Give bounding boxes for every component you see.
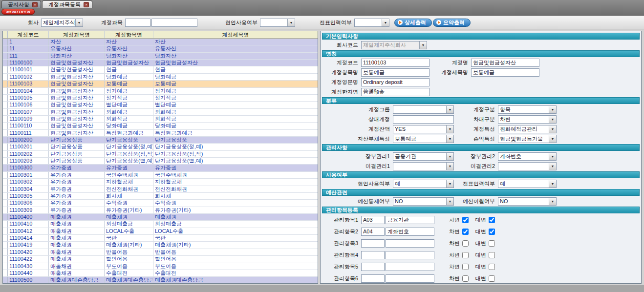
cell-name[interactable]: 현금및현금성자산 — [49, 88, 105, 94]
cell-code[interactable]: 11100106 — [8, 102, 49, 108]
cell-detail[interactable]: 단기금융상품(정,예) — [153, 144, 318, 150]
cell-name[interactable]: 현금및현금성자산 — [49, 74, 105, 80]
table-row[interactable]: 11유동자산유동자산유동자산 — [3, 45, 318, 52]
table-row[interactable]: 11100106현금및현금성자산별단예금별단예금 — [3, 102, 318, 108]
cell-code[interactable]: 11100102 — [8, 74, 49, 80]
tab-notice[interactable]: 공지사항 × — [1, 0, 41, 8]
cell-code[interactable]: 11100203 — [8, 158, 49, 164]
cell-name[interactable]: 단기금융상품 — [49, 158, 105, 164]
table-row[interactable]: 11100500매출채권대손충당금매출채권대손충당금매출채권대손충당금 — [3, 277, 318, 284]
cell-name[interactable]: 매출채권 — [49, 228, 105, 234]
budget-control-select[interactable]: NO ▼ — [393, 197, 454, 206]
book-mgmt1-select[interactable]: 금융기관 ▼ — [393, 152, 454, 161]
cell-detail[interactable]: 자산 — [153, 39, 318, 45]
cell-detail[interactable]: 수출대전 — [153, 270, 318, 276]
cell-code[interactable]: 11100422 — [8, 256, 49, 262]
account-balance-select[interactable]: YES ▼ — [393, 125, 454, 133]
cell-name[interactable]: 매출채권대손충당금 — [49, 277, 105, 283]
cell-detail[interactable]: 국민주택채권 — [153, 172, 318, 178]
cell-name[interactable]: 현금및현금성자산 — [49, 81, 105, 87]
detail-print-button[interactable]: 상세출력 — [394, 19, 432, 27]
table-row[interactable]: 11100306유가증권수익증권수익증권 — [3, 200, 318, 207]
cell-item[interactable]: 매출채권(기타) — [105, 242, 153, 248]
column-header[interactable]: 계정항목명 — [105, 31, 153, 38]
table-row[interactable]: 11100412매출채권LOCAL수출LOCAL수출 — [3, 228, 318, 235]
cell-detail[interactable]: 정기적금 — [153, 95, 318, 101]
table-row[interactable]: 11100400매출채권매출채권매출채권 — [3, 214, 318, 221]
mgmt-item-name-input[interactable] — [386, 274, 434, 283]
cell-name[interactable]: 자산 — [49, 39, 105, 45]
cell-item[interactable]: 정기예금 — [105, 88, 153, 94]
cell-detail[interactable]: 정기예금 — [153, 88, 318, 94]
column-header[interactable]: 계정세목명 — [153, 31, 318, 38]
cell-code[interactable]: 11100414 — [8, 235, 49, 241]
cell-code[interactable]: 11100500 — [8, 277, 49, 283]
cell-code[interactable]: 11100103 — [8, 81, 49, 87]
table-row[interactable]: 11100422매출채권할인어음할인어음 — [3, 256, 318, 263]
slip-input-filter-select[interactable]: ▼ — [354, 19, 389, 27]
debit-checkbox[interactable] — [462, 252, 469, 258]
mgmt-item-code-input[interactable] — [361, 274, 385, 283]
mgmt-item-code-input[interactable] — [361, 251, 385, 259]
cell-item[interactable]: 외상매출금 — [105, 221, 153, 227]
account-trait-select[interactable]: 원화예적금관리 ▼ — [498, 125, 557, 133]
cell-detail[interactable]: 매출채권(기타) — [153, 242, 318, 248]
cell-name[interactable]: 당좌자산 — [49, 53, 105, 59]
mgmt-item-name-input[interactable] — [386, 251, 434, 259]
table-row[interactable]: 11100100현금및현금성자산현금및현금성자산현금및현금성자산 — [3, 60, 318, 66]
cell-item[interactable]: 당좌자산 — [105, 53, 153, 59]
cell-code[interactable]: 11 — [8, 45, 49, 52]
summary-print-button[interactable]: 요약출력 — [433, 19, 471, 27]
credit-checkbox[interactable] — [489, 229, 495, 235]
credit-checkbox[interactable] — [489, 217, 495, 223]
cell-item[interactable]: 국민주택채권 — [105, 172, 153, 178]
cell-detail[interactable]: 전신전화채권 — [153, 186, 318, 192]
detail-name-input[interactable] — [471, 68, 539, 77]
cell-name[interactable]: 현금및현금성자산 — [49, 130, 105, 136]
asset-trait-select[interactable]: 보통예금 ▼ — [393, 135, 454, 143]
cell-detail[interactable]: 현금 — [153, 66, 318, 73]
account-to-input[interactable] — [151, 19, 197, 27]
tab-account-registration[interactable]: 계정과목등록 × — [42, 0, 92, 8]
cell-name[interactable]: 매출채권 — [49, 242, 105, 248]
cell-detail[interactable]: 외상매출금 — [153, 221, 318, 227]
cell-detail[interactable]: 유가증권(기타) — [153, 207, 318, 213]
budget-carry-select[interactable]: NO ▼ — [498, 197, 557, 206]
cell-detail[interactable]: 유가증권 — [153, 165, 318, 171]
cell-item[interactable]: 단기금융상품(별,예) — [105, 158, 153, 164]
cell-name[interactable]: 매출채권 — [49, 249, 105, 255]
cell-name[interactable]: 매출채권 — [49, 256, 105, 262]
cell-item[interactable]: 자산 — [105, 39, 153, 45]
credit-checkbox[interactable] — [489, 252, 495, 258]
table-row[interactable]: 11100300유가증권유가증권유가증권 — [3, 165, 318, 171]
cell-name[interactable]: 매출채권 — [49, 235, 105, 241]
cell-name[interactable]: 유가증권 — [49, 172, 105, 178]
item-name-input[interactable] — [361, 68, 429, 77]
cell-code[interactable]: 111 — [8, 53, 49, 59]
cell-code[interactable]: 11100302 — [8, 179, 49, 185]
cell-code[interactable]: 11100202 — [8, 151, 49, 157]
cell-name[interactable]: 현금및현금성자산 — [49, 102, 105, 108]
cell-code[interactable]: 11100301 — [8, 172, 49, 178]
cell-code[interactable]: 11100410 — [8, 221, 49, 227]
cell-code[interactable]: 11100305 — [8, 193, 49, 199]
cell-code[interactable]: 11100104 — [8, 88, 49, 94]
cell-code[interactable]: 11100420 — [8, 249, 49, 255]
debit-checkbox[interactable] — [462, 264, 469, 270]
cell-code[interactable]: 11100309 — [8, 207, 49, 213]
cell-code[interactable]: 11100111 — [8, 130, 49, 136]
cell-item[interactable]: 보통예금 — [105, 81, 153, 87]
cell-code[interactable]: 11100110 — [8, 123, 49, 129]
cell-item[interactable]: 특정현금과예금 — [105, 130, 153, 136]
cell-code[interactable]: 11100101 — [8, 66, 49, 73]
cell-detail[interactable]: 현금및현금성자산 — [153, 60, 318, 66]
menu-open-button[interactable]: MENU OPEN — [1, 9, 35, 15]
cell-detail[interactable]: 회사채 — [153, 193, 318, 199]
cell-item[interactable]: 받을어음 — [105, 249, 153, 255]
book-mgmt2-select[interactable]: 계좌번호 ▼ — [498, 152, 557, 161]
account-division-select[interactable]: 항목 ▼ — [498, 105, 557, 114]
close-icon[interactable]: × — [84, 2, 89, 7]
cell-detail[interactable]: LOCAL수출 — [153, 228, 318, 234]
table-row[interactable]: 11100110현금및현금성자산당좌예금당좌예금 — [3, 123, 318, 129]
cell-name[interactable]: 단기금융상품 — [49, 144, 105, 150]
